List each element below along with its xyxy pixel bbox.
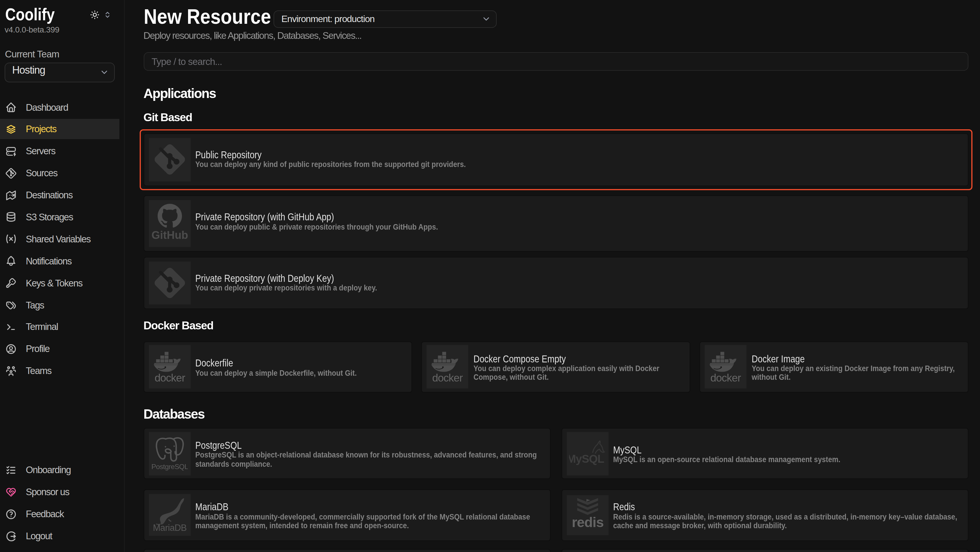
svg-text:MariaDB: MariaDB [153, 523, 186, 533]
svg-text:MySQL: MySQL [569, 453, 604, 465]
svg-text:docker: docker [432, 372, 463, 384]
svg-text:docker: docker [711, 372, 741, 384]
svg-text:GitHub: GitHub [151, 229, 188, 241]
svg-text:redis: redis [571, 515, 603, 530]
svg-text:docker: docker [154, 372, 185, 384]
svg-text:PostgreSQL: PostgreSQL [151, 463, 188, 471]
